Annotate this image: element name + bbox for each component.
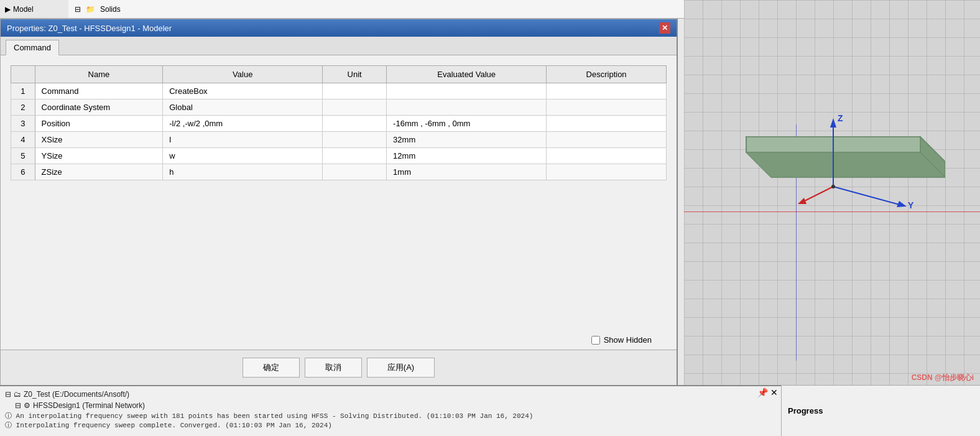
info-icon-2: ⓘ: [5, 422, 12, 429]
row-index-3: 4: [11, 132, 35, 148]
row-index-1: 2: [11, 100, 35, 116]
dialog-title: Properties: Z0_Test - HFSSDesign1 - Mode…: [7, 24, 172, 33]
log-text-1: An interpolating frequency sweep with 18…: [16, 412, 534, 420]
table-spacer: [1, 203, 677, 330]
row-evaluated-2: -16mm , -6mm , 0mm: [387, 116, 547, 132]
row-evaluated-5: 1mm: [387, 164, 547, 180]
design-label: HFSSDesign1 (Terminal Network): [33, 400, 145, 411]
info-icon-1: ⓘ: [5, 412, 12, 420]
row-name-4: YSize: [35, 148, 163, 164]
button-bar: 确定 取消 应用(A): [1, 350, 677, 385]
row-evaluated-1: [387, 100, 547, 116]
row-evaluated-4: 12mm: [387, 148, 547, 164]
dialog-body: Command Name Value Unit Evaluated Value …: [1, 37, 677, 385]
table-area: Name Value Unit Evaluated Value Descript…: [1, 55, 677, 203]
progress-panel: Progress: [781, 385, 980, 436]
show-hidden-label: Show Hidden: [604, 335, 652, 345]
row-index-0: 1: [11, 83, 35, 100]
dialog-titlebar: Properties: Z0_Test - HFSSDesign1 - Mode…: [1, 19, 677, 37]
svg-marker-10: [830, 118, 836, 128]
row-value-5[interactable]: h: [163, 164, 323, 180]
row-description-2: [547, 116, 667, 132]
bottom-tree: ⊟ 🗂 Z0_Test (E:/Documents/Ansoft/) ⊟ ⚙ H…: [5, 389, 779, 411]
top-tree-bar: ⊟ 📁 Solids: [68, 0, 684, 19]
table-row: 5 YSize w 12mm: [11, 148, 667, 164]
row-name-5: ZSize: [35, 164, 163, 180]
top-tree-solids: Solids: [100, 5, 121, 14]
row-unit-1: [323, 100, 387, 116]
row-description-3: [547, 132, 667, 148]
tab-command[interactable]: Command: [6, 40, 59, 55]
project-label: Z0_Test (E:/Documents/Ansoft/): [24, 389, 129, 400]
table-row: 1 Command CreateBox: [11, 83, 667, 100]
svg-line-15: [802, 187, 833, 202]
3d-box-visualization: Z Y: [709, 87, 945, 224]
log-line-1: ⓘ An interpolating frequency sweep with …: [5, 411, 779, 420]
col-header-index: [11, 66, 35, 83]
table-row: 2 Coordinate System Global: [11, 100, 667, 116]
row-evaluated-3: 32mm: [387, 132, 547, 148]
tree-expand-icon: ⊟: [75, 5, 81, 14]
col-header-description: Description: [547, 66, 667, 83]
bottom-log: ⓘ An interpolating frequency sweep with …: [5, 411, 779, 430]
log-text-2: Interpolating frequency sweep complete. …: [16, 422, 332, 429]
properties-table: Name Value Unit Evaluated Value Descript…: [11, 65, 667, 180]
row-value-4[interactable]: w: [163, 148, 323, 164]
row-name-2: Position: [35, 116, 163, 132]
row-value-3[interactable]: l: [163, 132, 323, 148]
row-name-1: Coordinate System: [35, 100, 163, 116]
show-hidden-checkbox[interactable]: [591, 336, 600, 345]
col-header-unit: Unit: [323, 66, 387, 83]
svg-marker-8: [746, 152, 945, 177]
left-tree-panel: ▶ Model: [0, 0, 68, 19]
row-unit-0: [323, 83, 387, 100]
row-name-0: Command: [35, 83, 163, 100]
svg-text:Z: Z: [838, 113, 843, 123]
row-unit-4: [323, 148, 387, 164]
svg-text:Y: Y: [908, 200, 914, 210]
top-tree-model-icon: 📁: [86, 5, 95, 14]
svg-point-17: [831, 185, 835, 188]
apply-button[interactable]: 应用(A): [367, 358, 435, 378]
row-index-2: 3: [11, 116, 35, 132]
properties-dialog: Properties: Z0_Test - HFSSDesign1 - Mode…: [0, 19, 678, 386]
col-header-value: Value: [163, 66, 323, 83]
row-description-0: [547, 83, 667, 100]
tree-item-project: ⊟ 🗂 Z0_Test (E:/Documents/Ansoft/): [5, 389, 779, 400]
row-unit-2: [323, 116, 387, 132]
col-header-name: Name: [35, 66, 163, 83]
pin-button[interactable]: 📌: [757, 387, 768, 397]
project-icon: 🗂: [14, 389, 21, 400]
dialog-close-button[interactable]: ✕: [659, 22, 670, 34]
svg-marker-13: [897, 201, 907, 207]
tree-item-design: ⊟ ⚙ HFSSDesign1 (Terminal Network): [15, 400, 779, 411]
csdn-watermark: CSDN @怡步晓心i: [912, 373, 974, 383]
row-unit-5: [323, 164, 387, 180]
ok-button[interactable]: 确定: [243, 358, 300, 378]
row-unit-3: [323, 132, 387, 148]
design-icon: ⚙: [24, 400, 30, 411]
svg-line-12: [833, 187, 902, 205]
tree-expand-project: ⊟: [5, 389, 11, 400]
top-tree-model: Model: [13, 5, 34, 14]
panel-close-button[interactable]: ✕: [770, 387, 778, 397]
svg-marker-16: [798, 198, 807, 204]
tab-bar: Command: [1, 37, 677, 55]
row-name-3: XSize: [35, 132, 163, 148]
row-evaluated-0: [387, 83, 547, 100]
table-row: 6 ZSize h 1mm: [11, 164, 667, 180]
progress-label: Progress: [788, 406, 823, 415]
row-value-1[interactable]: Global: [163, 100, 323, 116]
row-index-5: 6: [11, 164, 35, 180]
row-description-4: [547, 148, 667, 164]
row-index-4: 5: [11, 148, 35, 164]
panel-controls: 📌 ✕: [757, 387, 778, 397]
col-header-evaluated: Evaluated Value: [387, 66, 547, 83]
tree-expand-design: ⊟: [15, 400, 21, 411]
row-value-2[interactable]: -l/2 ,-w/2 ,0mm: [163, 116, 323, 132]
row-value-0[interactable]: CreateBox: [163, 83, 323, 100]
cancel-button[interactable]: 取消: [305, 358, 362, 378]
table-row: 4 XSize l 32mm: [11, 132, 667, 148]
show-hidden-area: Show Hidden: [1, 330, 677, 350]
table-row: 3 Position -l/2 ,-w/2 ,0mm -16mm , -6mm …: [11, 116, 667, 132]
